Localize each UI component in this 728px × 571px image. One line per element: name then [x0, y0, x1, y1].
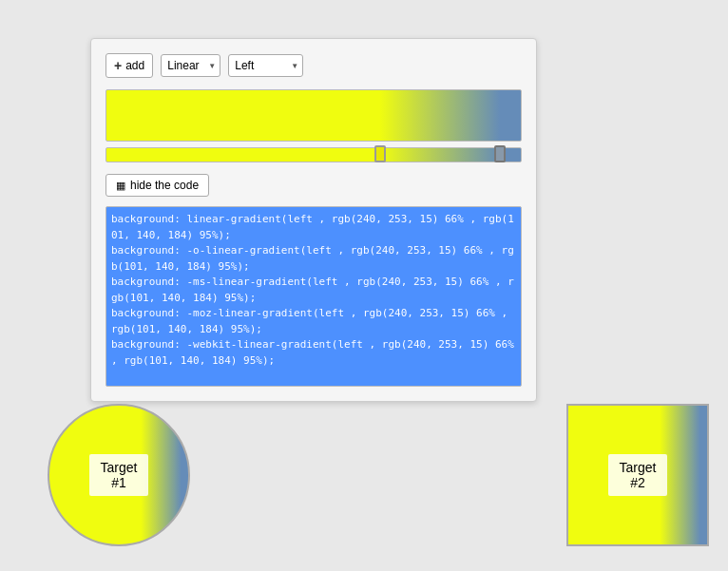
code-icon: ▦ [116, 180, 125, 192]
gradient-editor-panel: + add Linear Radial Left Right Top Botto… [90, 38, 537, 402]
target1-label: Target #1 [89, 454, 149, 496]
target2-label: Target #2 [608, 454, 668, 496]
slider-handle-stop2[interactable] [494, 145, 506, 162]
toolbar: + add Linear Radial Left Right Top Botto… [105, 53, 522, 78]
target1-circle: Target #1 [48, 404, 190, 546]
gradient-type-dropdown-wrapper: Linear Radial [161, 54, 220, 77]
gradient-slider-track [105, 147, 522, 162]
hide-code-label: hide the code [130, 179, 199, 192]
hide-code-button[interactable]: ▦ hide the code [105, 174, 209, 197]
plus-icon: + [114, 58, 122, 73]
slider-handle-stop1[interactable] [374, 145, 386, 162]
add-label: add [125, 59, 144, 72]
code-text: background: linear-gradient(left , rgb(2… [111, 212, 516, 369]
add-button[interactable]: + add [105, 53, 153, 78]
target2-rect: Target #2 [566, 404, 709, 546]
code-output-area[interactable]: background: linear-gradient(left , rgb(2… [105, 206, 522, 387]
gradient-type-select[interactable]: Linear Radial [161, 54, 220, 77]
gradient-preview [105, 89, 522, 142]
gradient-direction-dropdown-wrapper: Left Right Top Bottom Top Left Top Right [228, 54, 303, 77]
gradient-direction-select[interactable]: Left Right Top Bottom Top Left Top Right [228, 54, 303, 77]
